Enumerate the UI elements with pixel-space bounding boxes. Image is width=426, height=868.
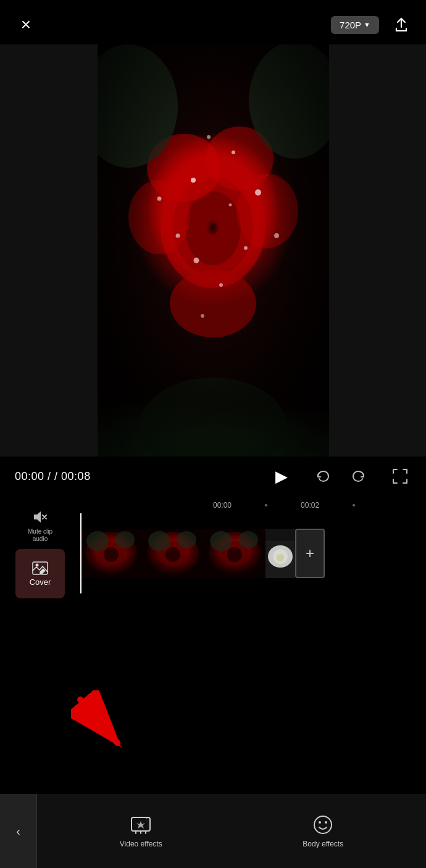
svg-point-49	[210, 531, 232, 551]
svg-point-43	[148, 531, 170, 551]
timeline-tracks: Mute clipaudio Cover	[0, 513, 426, 593]
mute-button[interactable]: Mute clipaudio	[28, 508, 52, 543]
ruler-time-0: 00:00	[213, 501, 232, 510]
play-icon: ▶	[275, 467, 288, 486]
svg-point-38	[115, 531, 135, 548]
add-clip-button[interactable]: +	[295, 529, 325, 578]
timeline-content: +	[80, 513, 426, 593]
svg-marker-30	[34, 511, 41, 523]
video-effects-item[interactable]: Video effects	[120, 814, 162, 848]
svg-point-32	[36, 563, 39, 566]
thumb-svg-3	[204, 529, 265, 578]
export-icon	[393, 16, 410, 33]
svg-rect-17	[98, 44, 329, 457]
forward-icon	[353, 468, 369, 484]
svg-point-20	[255, 189, 261, 196]
playback-controls: 00:00 / / 00:08 ▶	[0, 457, 426, 496]
svg-point-58	[314, 816, 332, 833]
video-effects-label: Video effects	[120, 840, 162, 848]
forward-button[interactable]	[349, 465, 372, 487]
svg-point-54	[277, 554, 284, 561]
body-effects-label: Body effects	[303, 840, 343, 848]
time-total: / 00:08	[54, 470, 91, 482]
bottom-toolbar: ‹ Video effects	[0, 794, 426, 868]
ruler-time-2: 00:02	[301, 501, 319, 510]
toolbar-items: Video effects Body effects	[37, 794, 426, 868]
ruler-dot-1	[265, 504, 267, 506]
ruler-dot-2	[353, 504, 355, 506]
thumb-svg-1	[80, 529, 142, 578]
video-canvas	[98, 44, 329, 457]
quality-arrow-icon: ▼	[364, 21, 370, 28]
svg-point-28	[228, 204, 232, 207]
svg-point-36	[104, 547, 119, 562]
video-thumb-3	[204, 529, 265, 578]
quality-label: 720P	[340, 20, 361, 30]
rose-background	[98, 44, 329, 457]
video-preview	[0, 44, 426, 457]
svg-point-21	[175, 234, 180, 238]
video-thumb-2	[142, 529, 204, 578]
mute-icon	[31, 508, 49, 526]
play-button[interactable]: ▶	[270, 465, 293, 487]
red-arrow-indicator	[71, 690, 139, 758]
add-icon: +	[306, 545, 314, 562]
back-icon: ‹	[16, 824, 20, 838]
video-thumb-4	[265, 529, 295, 578]
body-effects-icon	[312, 814, 334, 836]
rose-svg	[98, 44, 329, 457]
control-buttons: ▶	[270, 465, 411, 487]
time-current: 00:00	[15, 470, 44, 482]
video-effects-icon	[130, 814, 152, 836]
svg-point-27	[157, 197, 161, 201]
rewind-icon	[313, 468, 329, 484]
header: × 720P ▼	[0, 0, 426, 44]
svg-point-48	[227, 547, 242, 562]
svg-point-50	[238, 531, 258, 548]
cover-label: Cover	[30, 577, 51, 587]
time-separator: /	[48, 470, 51, 482]
cover-icon	[32, 561, 48, 575]
svg-point-26	[274, 233, 279, 238]
svg-point-42	[165, 547, 180, 562]
thumb-svg-4	[265, 529, 295, 578]
svg-rect-55	[265, 529, 295, 541]
body-effects-item[interactable]: Body effects	[303, 814, 343, 848]
svg-point-22	[219, 283, 223, 287]
mute-label: Mute clipaudio	[28, 528, 52, 543]
svg-point-19	[232, 151, 235, 154]
video-strip: +	[80, 529, 426, 578]
header-right: 720P ▼	[331, 12, 414, 37]
timeline-section: 00:00 00:02 Mute clipaudio	[0, 496, 426, 593]
svg-point-59	[319, 821, 321, 824]
thumb-svg-2	[142, 529, 204, 578]
svg-point-44	[177, 531, 196, 548]
close-icon: ×	[21, 16, 31, 33]
video-thumb-1	[80, 529, 142, 578]
rewind-button[interactable]	[310, 465, 332, 487]
playhead	[80, 513, 81, 593]
svg-point-37	[86, 531, 109, 551]
close-button[interactable]: ×	[12, 11, 40, 38]
timeline-left-controls: Mute clipaudio Cover	[0, 508, 80, 598]
export-button[interactable]	[389, 12, 414, 37]
quality-button[interactable]: 720P ▼	[331, 16, 379, 34]
back-button[interactable]: ‹	[0, 794, 37, 868]
svg-point-24	[244, 246, 248, 250]
svg-point-23	[193, 258, 199, 263]
fullscreen-icon	[392, 468, 408, 484]
fullscreen-button[interactable]	[389, 465, 411, 487]
svg-point-18	[191, 178, 196, 183]
svg-point-25	[207, 135, 211, 139]
svg-point-29	[201, 314, 204, 318]
time-display: 00:00 / / 00:08	[15, 470, 91, 483]
svg-point-60	[325, 821, 327, 824]
cover-button[interactable]: Cover	[15, 549, 65, 598]
app-wrapper: × 720P ▼	[0, 0, 426, 868]
